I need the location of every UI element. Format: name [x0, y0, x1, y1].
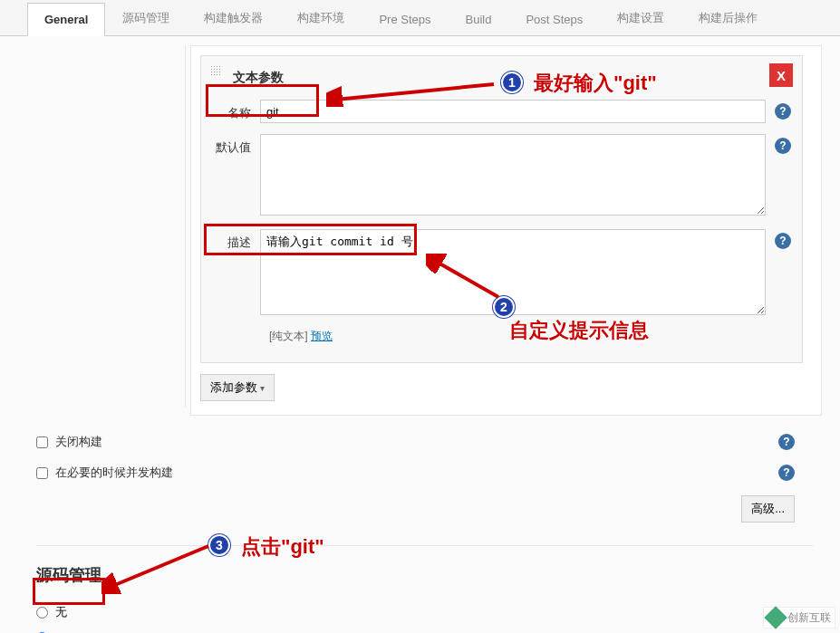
tab-env[interactable]: 构建环境 [280, 0, 362, 35]
tab-triggers[interactable]: 构建触发器 [187, 0, 280, 35]
help-icon[interactable] [775, 103, 791, 120]
checkbox-disable-build[interactable] [36, 436, 48, 448]
checkbox-concurrent[interactable] [36, 467, 48, 479]
param-type-title: 文本参数 [233, 70, 793, 86]
row-concurrent-build: 在必要的时候并发构建 [36, 465, 813, 481]
label-disable-build: 关闭构建 [55, 434, 102, 450]
parameters-panel: X 文本参数 名称 默认值 描述 请输入git commit id 号 [190, 45, 822, 416]
remove-param-button[interactable]: X [769, 63, 793, 87]
label-none: 无 [55, 604, 67, 620]
tab-pre-steps[interactable]: Pre Steps [362, 3, 448, 35]
sidebar-placeholder [27, 45, 186, 408]
row-desc: 描述 请输入git commit id 号 [210, 229, 793, 318]
input-name[interactable] [260, 100, 766, 123]
label-desc: 描述 [210, 229, 260, 251]
help-icon[interactable] [778, 465, 795, 481]
row-disable-build: 关闭构建 [36, 434, 813, 450]
drag-handle-icon[interactable] [210, 65, 221, 76]
desc-format-hint: [纯文本] 预览 [269, 329, 793, 344]
radio-none[interactable] [36, 607, 48, 619]
watermark: 创新互联 [763, 607, 835, 628]
preview-link[interactable]: 预览 [311, 330, 333, 342]
help-icon[interactable] [775, 138, 791, 154]
label-name: 名称 [210, 100, 260, 121]
watermark-logo-icon [764, 606, 787, 628]
section-divider [36, 545, 813, 546]
textarea-desc[interactable]: 请输入git commit id 号 [260, 229, 766, 315]
tab-build-settings[interactable]: 构建设置 [600, 0, 681, 35]
textarea-default[interactable] [260, 134, 766, 216]
text-param-block: X 文本参数 名称 默认值 描述 请输入git commit id 号 [200, 55, 803, 363]
hint-prefix: [纯文本] [269, 330, 308, 342]
scm-section-title: 源码管理 [36, 564, 813, 586]
help-icon[interactable] [778, 434, 795, 450]
row-name: 名称 [210, 100, 793, 123]
help-icon[interactable] [775, 233, 791, 249]
watermark-text: 创新互联 [787, 610, 831, 626]
label-default: 默认值 [210, 134, 260, 156]
tab-general[interactable]: General [27, 3, 105, 36]
add-parameter-button[interactable]: 添加参数 [200, 374, 275, 401]
tab-post-build[interactable]: 构建后操作 [681, 0, 775, 35]
config-tabs: General 源码管理 构建触发器 构建环境 Pre Steps Build … [0, 0, 840, 36]
label-concurrent: 在必要的时候并发构建 [55, 465, 173, 481]
tab-post-steps[interactable]: Post Steps [508, 3, 600, 35]
advanced-button[interactable]: 高级 [741, 495, 795, 523]
row-default: 默认值 [210, 134, 793, 218]
scm-option-none[interactable]: 无 [36, 604, 813, 620]
tab-scm[interactable]: 源码管理 [105, 0, 187, 35]
tab-build[interactable]: Build [449, 3, 509, 35]
